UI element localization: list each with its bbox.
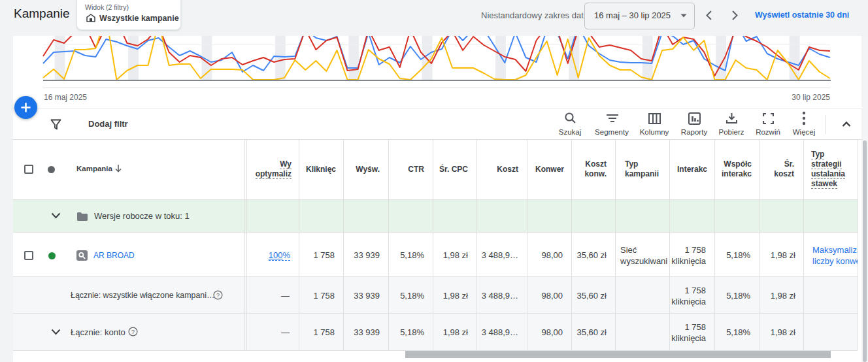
svg-text:?: ? bbox=[216, 292, 220, 299]
svg-text:?: ? bbox=[131, 329, 135, 335]
